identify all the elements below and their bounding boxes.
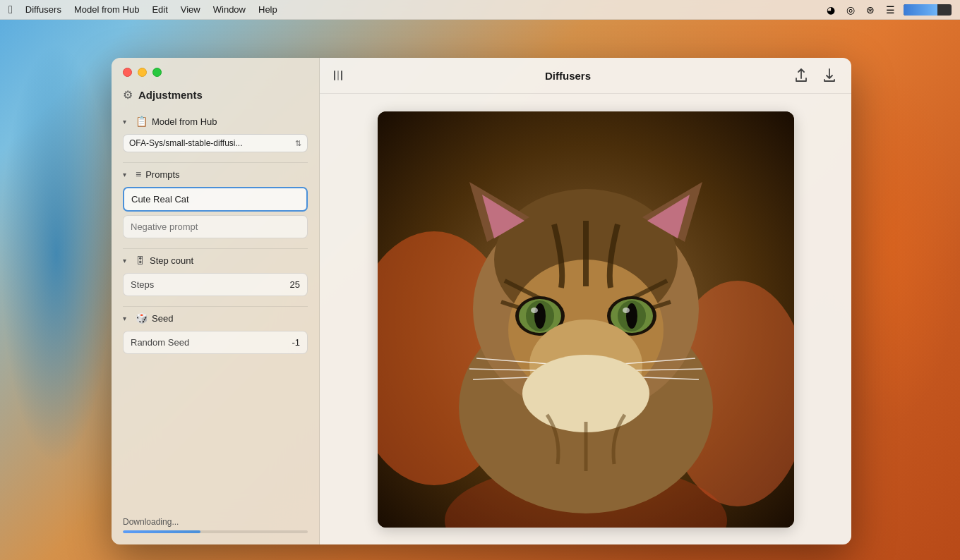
model-selector-arrows-icon: ⇅ — [295, 139, 301, 148]
svg-point-13 — [531, 308, 538, 313]
downloading-section: Downloading... — [112, 509, 319, 544]
generated-image — [378, 111, 794, 528]
model-section-header[interactable]: ▾ 📋 Model from Hub — [117, 111, 313, 131]
save-icon — [823, 68, 836, 83]
adjustments-title: Adjustments — [138, 89, 203, 101]
share-button[interactable] — [791, 65, 812, 86]
divider-1 — [123, 162, 308, 163]
accessibility-icon[interactable]: ◕ — [824, 4, 837, 16]
header-actions — [791, 65, 840, 86]
step-count-section-header[interactable]: ▾ 🎛 Step count — [117, 250, 313, 270]
app-window: ⚙ Adjustments ▾ 📋 Model from Hub OFA-Sys… — [112, 58, 851, 544]
prompt-input[interactable] — [123, 187, 308, 212]
maximize-button[interactable] — [152, 68, 162, 77]
step-count-section: ▾ 🎛 Step count Steps 25 — [117, 250, 313, 303]
model-selector-text: OFA-Sys/small-stable-diffusi... — [129, 138, 292, 148]
steps-label: Steps — [131, 279, 154, 290]
negative-prompt-input[interactable] — [123, 215, 308, 238]
download-progress-track — [123, 530, 308, 533]
model-icon: 📋 — [136, 116, 148, 127]
right-panel-header: Diffusers — [320, 58, 851, 94]
image-display-area — [320, 94, 851, 544]
sidebar-toggle-button[interactable] — [331, 68, 345, 83]
menu-progress-fill — [904, 4, 937, 16]
seed-section-header[interactable]: ▾ 🎲 Seed — [117, 308, 313, 328]
share-icon — [795, 68, 808, 83]
menu-progress-bar — [904, 4, 952, 16]
menu-edit[interactable]: Edit — [152, 4, 167, 15]
steps-value: 25 — [290, 279, 300, 290]
apple-menu-icon[interactable]:  — [8, 4, 13, 16]
steps-row: Steps 25 — [123, 273, 308, 296]
adjustments-header: ⚙ Adjustments — [112, 84, 319, 111]
seed-row: Random Seed -1 — [123, 331, 308, 354]
svg-point-30 — [522, 355, 649, 432]
seed-icon: 🎲 — [136, 312, 148, 324]
model-section: ▾ 📋 Model from Hub OFA-Sys/small-stable-… — [117, 111, 313, 159]
seed-section-content: Random Seed -1 — [117, 328, 313, 361]
downloading-label: Downloading... — [123, 517, 308, 527]
left-panel: ⚙ Adjustments ▾ 📋 Model from Hub OFA-Sys… — [112, 58, 320, 544]
model-section-content: OFA-Sys/small-stable-diffusi... ⇅ — [117, 131, 313, 159]
prompts-section-title: Prompts — [145, 169, 179, 180]
sidebar-toggle-line-2 — [337, 71, 339, 80]
sidebar-toggle-line-1 — [334, 71, 335, 80]
window-controls — [112, 58, 319, 84]
menu-help[interactable]: Help — [258, 4, 277, 15]
save-button[interactable] — [819, 65, 840, 86]
sidebar-toggle-line-3 — [341, 71, 342, 80]
minimize-button[interactable] — [138, 68, 147, 77]
seed-section-title: Seed — [152, 313, 173, 324]
divider-2 — [123, 248, 308, 249]
model-section-title: Model from Hub — [152, 116, 217, 127]
control-center-icon[interactable]: ☰ — [884, 4, 896, 16]
right-panel: Diffusers — [320, 58, 851, 544]
svg-point-12 — [534, 303, 546, 329]
seed-section: ▾ 🎲 Seed Random Seed -1 — [117, 308, 313, 361]
model-selector[interactable]: OFA-Sys/small-stable-diffusi... ⇅ — [123, 134, 308, 152]
step-count-section-title: Step count — [150, 255, 193, 266]
cat-image-svg — [378, 111, 794, 528]
adjustments-icon: ⚙ — [123, 88, 133, 102]
step-count-icon: 🎛 — [136, 255, 145, 266]
model-chevron-icon: ▾ — [123, 118, 131, 126]
random-seed-label: Random Seed — [131, 337, 189, 348]
prompts-section-content — [117, 184, 313, 245]
step-count-chevron-icon: ▾ — [123, 257, 131, 264]
prompts-chevron-icon: ▾ — [123, 171, 131, 178]
prompts-section: ▾ ≡ Prompts — [117, 164, 313, 245]
menubar:  Diffusers Model from Hub Edit View Win… — [0, 0, 960, 20]
airdrop-icon[interactable]: ◎ — [844, 4, 857, 16]
random-seed-value: -1 — [292, 337, 300, 348]
seed-chevron-icon: ▾ — [123, 315, 131, 322]
svg-point-18 — [623, 308, 630, 313]
prompts-icon: ≡ — [136, 169, 141, 180]
wifi-icon[interactable]: ⊛ — [864, 4, 877, 16]
download-progress-fill — [123, 530, 200, 533]
step-count-section-content: Steps 25 — [117, 270, 313, 303]
panel-title: Diffusers — [545, 70, 591, 82]
divider-3 — [123, 306, 308, 307]
menu-app-name[interactable]: Diffusers — [25, 4, 61, 15]
menu-window[interactable]: Window — [213, 4, 246, 15]
prompts-section-header[interactable]: ▾ ≡ Prompts — [117, 164, 313, 184]
close-button[interactable] — [123, 68, 132, 77]
menu-view[interactable]: View — [181, 4, 200, 15]
menu-file[interactable]: Model from Hub — [74, 4, 139, 15]
svg-point-17 — [626, 303, 637, 329]
sections-container: ▾ 📋 Model from Hub OFA-Sys/small-stable-… — [112, 111, 319, 509]
